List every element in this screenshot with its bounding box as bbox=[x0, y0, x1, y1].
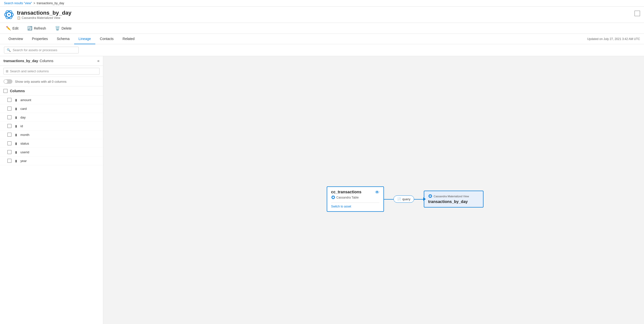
column-type-icon: ▮ bbox=[14, 124, 18, 128]
tab-related[interactable]: Related bbox=[118, 34, 139, 44]
column-type-icon: ▮ bbox=[14, 141, 18, 145]
column-type-icon: ▮ bbox=[14, 107, 18, 111]
panel-title-bold: transactions_by_day bbox=[4, 59, 38, 63]
column-name-day: day bbox=[20, 116, 26, 119]
delete-button[interactable]: 🗑️ Delete bbox=[53, 25, 74, 31]
columns-header-checkbox[interactable] bbox=[4, 89, 8, 93]
search-icon: 🔍 bbox=[7, 48, 11, 52]
target-cassandra-icon bbox=[428, 194, 432, 198]
subtitle-text: Cassandra Materialized View bbox=[22, 16, 60, 20]
edit-icon: ✏️ bbox=[6, 26, 11, 30]
svg-point-6 bbox=[332, 195, 335, 199]
column-type-icon: ▮ bbox=[14, 133, 18, 137]
source-node-subtitle-text: Cassandra Table bbox=[336, 196, 359, 199]
userid-checkbox[interactable] bbox=[8, 150, 12, 154]
tab-contacts[interactable]: Contacts bbox=[95, 34, 118, 44]
source-node-title: cc_transactions bbox=[331, 190, 362, 194]
svg-point-3 bbox=[8, 14, 10, 15]
updated-timestamp: Updated on July 27, 2021 3:42 AM UTC bbox=[587, 37, 640, 41]
lineage-container: cc_transactions Cassandra Table bbox=[327, 186, 484, 212]
source-node-title-block: cc_transactions Cassandra Table bbox=[331, 190, 362, 200]
column-type-icon: ▮ bbox=[14, 159, 18, 163]
header-title-block: transactions_by_day 📋 Cassandra Material… bbox=[17, 10, 72, 20]
toolbar: ✏️ Edit 🔄 Refresh 🗑️ Delete bbox=[0, 23, 644, 34]
maximize-button[interactable] bbox=[634, 11, 640, 16]
source-node-eye-icon[interactable]: 👁 bbox=[375, 190, 380, 195]
source-node-subtitle: Cassandra Table bbox=[331, 195, 362, 200]
columns-group-header: Columns bbox=[0, 86, 103, 96]
asset-title: transactions_by_day bbox=[17, 10, 72, 16]
process-node-label: query bbox=[402, 197, 410, 201]
show-assets-toggle[interactable] bbox=[4, 79, 12, 84]
list-item: ▮ amount bbox=[0, 96, 103, 104]
breadcrumb-separator: > bbox=[34, 1, 35, 5]
toggle-row: Show only assets with all 0 columns bbox=[0, 77, 103, 86]
column-type-icon: ▮ bbox=[14, 98, 18, 102]
id-checkbox[interactable] bbox=[8, 124, 12, 128]
status-checkbox[interactable] bbox=[8, 141, 12, 145]
delete-label: Delete bbox=[62, 26, 72, 30]
window-controls bbox=[634, 11, 640, 17]
column-name-card: card bbox=[20, 107, 27, 111]
edit-button[interactable]: ✏️ Edit bbox=[4, 25, 20, 31]
collapse-panel-button[interactable]: « bbox=[97, 59, 100, 63]
cassandra-icon bbox=[331, 195, 335, 200]
panel-title: transactions_by_day Columns bbox=[4, 59, 54, 63]
main-layout: transactions_by_day Columns « ⊞ Search a… bbox=[0, 56, 644, 324]
lineage-diagram-area: cc_transactions Cassandra Table bbox=[103, 56, 644, 324]
column-filter: ⊞ Search and select columns bbox=[0, 66, 103, 77]
cassandra-logo bbox=[4, 10, 14, 20]
source-node: cc_transactions Cassandra Table bbox=[327, 186, 384, 212]
tab-lineage[interactable]: Lineage bbox=[74, 34, 96, 44]
breadcrumb-current: transactions_by_day bbox=[37, 1, 64, 5]
column-name-month: month bbox=[20, 133, 29, 137]
target-node-title: transactions_by_day bbox=[428, 199, 479, 204]
target-node: Cassandra Materialized View transactions… bbox=[424, 190, 484, 207]
tab-overview[interactable]: Overview bbox=[4, 34, 27, 44]
refresh-button[interactable]: 🔄 Refresh bbox=[26, 25, 48, 31]
list-item: ▮ id bbox=[0, 122, 103, 131]
list-item: ▮ month bbox=[0, 131, 103, 139]
column-name-year: year bbox=[20, 159, 27, 163]
column-name-amount: amount bbox=[20, 98, 31, 102]
breadcrumb-link[interactable]: Search results "view" bbox=[4, 1, 32, 5]
tab-properties[interactable]: Properties bbox=[27, 34, 52, 44]
column-type-icon: ▮ bbox=[14, 115, 18, 119]
svg-point-9 bbox=[428, 194, 432, 198]
column-search-input[interactable]: ⊞ Search and select columns bbox=[4, 68, 100, 75]
filter-icon: ⊞ bbox=[6, 69, 8, 73]
tab-schema[interactable]: Schema bbox=[52, 34, 74, 44]
asset-subtitle: 📋 Cassandra Materialized View bbox=[17, 16, 72, 20]
column-search-placeholder: Search and select columns bbox=[10, 69, 49, 73]
column-list: Columns ▮ amount ▮ card ▮ day ▮ id bbox=[0, 86, 103, 165]
arrow-head bbox=[423, 197, 426, 201]
year-checkbox[interactable] bbox=[8, 159, 12, 163]
asset-search-input[interactable]: 🔍 Search for assets or processes bbox=[4, 47, 79, 53]
search-bar-wrapper: 🔍 Search for assets or processes bbox=[0, 44, 644, 56]
column-name-userid: userid bbox=[20, 150, 29, 154]
process-node-icon: 📄 bbox=[397, 197, 401, 201]
month-checkbox[interactable] bbox=[8, 133, 12, 137]
list-item: ▮ day bbox=[0, 113, 103, 122]
column-name-id: id bbox=[20, 124, 23, 128]
amount-checkbox[interactable] bbox=[8, 98, 12, 102]
list-item: ▮ status bbox=[0, 139, 103, 148]
subtitle-icon: 📋 bbox=[17, 16, 21, 20]
list-item: ▮ card bbox=[0, 104, 103, 113]
edit-label: Edit bbox=[12, 26, 18, 30]
toggle-label: Show only assets with all 0 columns bbox=[15, 80, 66, 83]
target-node-header: Cassandra Materialized View bbox=[428, 194, 479, 198]
card-checkbox[interactable] bbox=[8, 107, 12, 111]
switch-to-asset-link[interactable]: Switch to asset bbox=[331, 202, 380, 208]
delete-icon: 🗑️ bbox=[55, 26, 60, 30]
columns-header-label: Columns bbox=[10, 89, 25, 93]
panel-title-suffix: Columns bbox=[40, 59, 53, 63]
tab-bar: Overview Properties Schema Lineage Conta… bbox=[0, 34, 644, 44]
column-type-icon: ▮ bbox=[14, 150, 18, 154]
refresh-label: Refresh bbox=[34, 26, 46, 30]
day-checkbox[interactable] bbox=[8, 115, 12, 119]
target-node-type-label: Cassandra Materialized View bbox=[434, 195, 469, 198]
column-name-status: status bbox=[20, 142, 29, 145]
list-item: ▮ year bbox=[0, 157, 103, 165]
refresh-icon: 🔄 bbox=[27, 26, 32, 30]
